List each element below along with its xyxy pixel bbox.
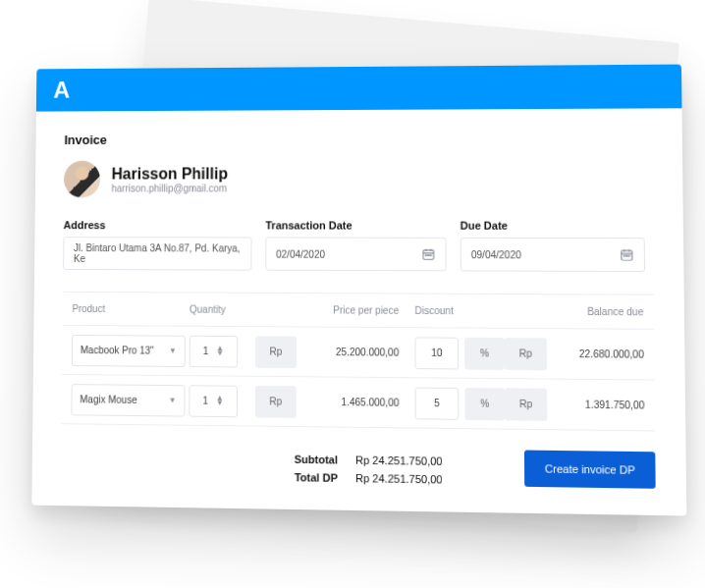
percent-badge: % — [464, 337, 505, 369]
quantity-stepper[interactable]: 1 ▲▼ — [189, 385, 238, 417]
calendar-icon — [620, 247, 634, 261]
customer-block: Harisson Phillip harrison.phillip@gmail.… — [64, 159, 653, 197]
stepper-arrows-icon: ▲▼ — [216, 347, 224, 356]
currency-badge: Rp — [505, 388, 547, 420]
address-value: Jl. Bintaro Utama 3A No.87, Pd. Karya, K… — [74, 242, 242, 264]
customer-name: Harisson Phillip — [112, 164, 228, 183]
product-select[interactable]: Macbook Pro 13" ▼ — [72, 334, 186, 366]
quantity-stepper[interactable]: 1 ▲▼ — [190, 335, 239, 367]
address-input[interactable]: Jl. Bintaro Utama 3A No.87, Pd. Karya, K… — [63, 237, 251, 271]
col-quantity: Quantity — [190, 304, 255, 315]
transaction-date-input[interactable]: 02/04/2020 — [265, 237, 446, 271]
due-date-value: 09/04/2020 — [471, 249, 521, 260]
quantity-value: 1 — [203, 346, 209, 356]
topbar: A — [36, 65, 682, 112]
svg-point-7 — [628, 255, 629, 256]
balance-value: 22.680.000,00 — [547, 348, 654, 360]
brand-logo: A — [53, 79, 68, 102]
invoice-card: A Invoice Harisson Phillip harrison.phil… — [31, 65, 686, 516]
calendar-icon — [421, 247, 435, 261]
avatar — [64, 161, 100, 198]
col-balance: Balance due — [547, 306, 654, 318]
create-invoice-button[interactable]: Create invoice DP — [524, 451, 655, 489]
address-label: Address — [64, 219, 252, 231]
total-dp-value: Rp 24.251.750,00 — [355, 472, 443, 486]
transaction-date-label: Transaction Date — [265, 219, 446, 231]
svg-point-2 — [428, 255, 429, 256]
product-select[interactable]: Magix Mouse ▼ — [71, 384, 185, 417]
product-name: Magix Mouse — [80, 394, 136, 405]
total-dp-label: Total DP — [295, 471, 338, 484]
col-product: Product — [63, 303, 190, 315]
subtotal-value: Rp 24.251.750,00 — [355, 454, 443, 467]
page-title: Invoice — [64, 131, 652, 147]
chevron-down-icon: ▼ — [169, 347, 177, 355]
customer-email: harrison.phillip@gmail.com — [111, 183, 227, 193]
quantity-value: 1 — [202, 396, 208, 406]
table-row: Magix Mouse ▼ 1 ▲▼ Rp 1.465.000,00 5 % R… — [62, 375, 656, 432]
currency-badge: Rp — [505, 338, 547, 370]
product-name: Macbook Pro 13" — [81, 345, 154, 356]
svg-point-5 — [624, 255, 624, 256]
totals-block: Subtotal Rp 24.251.750,00 Total DP Rp 24… — [295, 454, 443, 486]
col-price: Price per piece — [297, 304, 414, 316]
currency-badge: Rp — [255, 385, 297, 417]
line-items-table: Product Quantity Price per piece Discoun… — [62, 292, 656, 432]
discount-input[interactable]: 10 — [414, 337, 459, 369]
col-discount: Discount — [414, 305, 464, 317]
svg-point-1 — [426, 255, 427, 256]
chevron-down-icon: ▼ — [169, 396, 177, 404]
table-header: Product Quantity Price per piece Discoun… — [63, 293, 654, 330]
discount-input[interactable]: 5 — [415, 387, 460, 419]
table-row: Macbook Pro 13" ▼ 1 ▲▼ Rp 25.200.000,00 … — [62, 326, 654, 381]
transaction-date-value: 02/04/2020 — [276, 248, 325, 259]
currency-badge: Rp — [255, 336, 297, 368]
svg-point-6 — [626, 255, 627, 256]
due-date-input[interactable]: 09/04/2020 — [461, 238, 645, 272]
due-date-label: Due Date — [461, 220, 645, 232]
balance-value: 1.391.750,00 — [547, 399, 655, 411]
price-value: 1.465.000,00 — [297, 396, 415, 408]
stepper-arrows-icon: ▲▼ — [216, 396, 224, 405]
svg-point-3 — [430, 255, 431, 256]
price-value: 25.200.000,00 — [297, 347, 415, 358]
subtotal-label: Subtotal — [295, 454, 338, 466]
percent-badge: % — [464, 387, 505, 419]
